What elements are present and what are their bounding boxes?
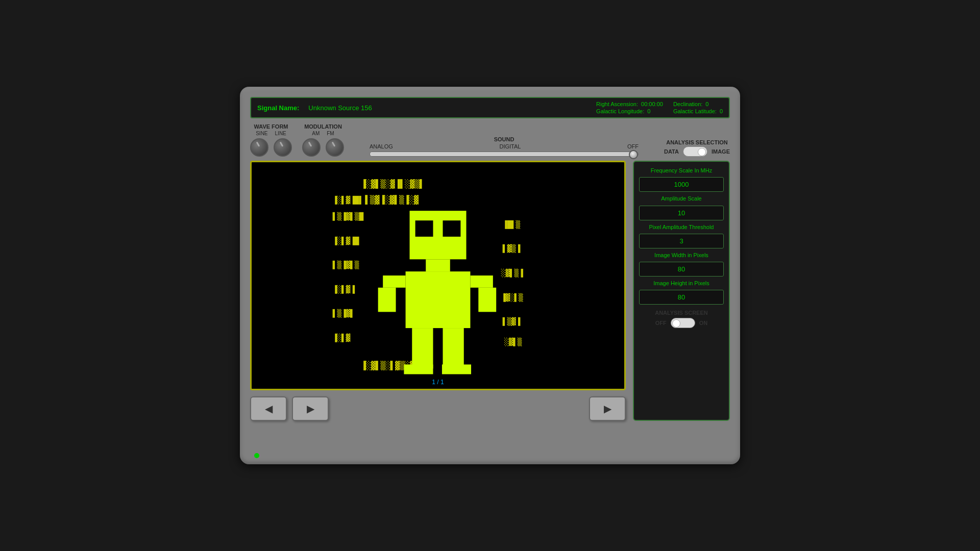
sound-slider-thumb[interactable]	[629, 150, 638, 159]
alien-eye-left	[415, 220, 433, 237]
wave-form-knobs	[250, 138, 292, 157]
am-knob[interactable]	[302, 138, 321, 157]
symbol-text-ml: ▐░▌▓▐█	[333, 236, 359, 245]
symbol-text-tl2: ▌▒▐▓▌▒█	[332, 212, 364, 221]
sound-slider-track[interactable]	[370, 152, 639, 157]
dec-label: Declination:	[673, 101, 702, 107]
next-icon: ▶	[307, 403, 314, 415]
alien-neck	[426, 259, 450, 271]
modulation-am: AM	[312, 131, 320, 136]
analysis-screen-title: ANALYSIS SCREEN	[639, 310, 724, 316]
play-icon: ▶	[604, 403, 611, 415]
symbol-text-mr3: ▐▓░▌▒	[501, 293, 523, 302]
alien-arm-right-lower	[478, 288, 496, 312]
dec-value: 0	[705, 101, 708, 107]
right-panel: Frequency Scale In MHz 1000 Amplitude Sc…	[633, 161, 730, 421]
glon-label: Galactic Longitude:	[596, 108, 644, 114]
header-bar: Signal Name: Unknown Source 156 Right As…	[250, 97, 730, 118]
wave-form-sine: SINE	[256, 131, 267, 136]
signal-name-label: Signal Name:	[257, 104, 299, 112]
image-counter: 1 / 1	[432, 379, 444, 386]
symbol-text-mr2: ░▓▌▒▐	[501, 268, 523, 278]
symbol-text-br: ▌▒▓▐	[502, 317, 521, 326]
next-button[interactable]: ▶	[292, 396, 329, 421]
sound-analog-label: ANALOG	[370, 143, 393, 149]
header-coords: Right Ascension: 00:00:00 Galactic Longi…	[596, 101, 723, 114]
sound-slider-container	[370, 152, 639, 157]
sound-section: SOUND ANALOG DIGITAL OFF	[370, 136, 639, 157]
sound-slider-fill	[370, 152, 630, 156]
status-dot	[254, 453, 259, 458]
alien-image-svg: ▐░▌▓▐█▌ ▌▒▐▓▌▒█ ▐░▌▓▐█ ▌▒▐▓▌▒ ▐░▌▓▐ ▌▒▐▓…	[252, 162, 624, 389]
wave-form-section: WAVE FORM SINE LINE	[250, 123, 292, 157]
analysis-toggle-row: DATA IMAGE	[664, 146, 730, 157]
fm-knob[interactable]	[326, 138, 344, 157]
analysis-screen-section: ANALYSIS SCREEN OFF ON	[639, 310, 724, 328]
image-height-value[interactable]: 80	[639, 290, 724, 305]
alien-leg-right	[443, 328, 464, 368]
pixel-amplitude-value[interactable]: 3	[639, 234, 724, 248]
symbol-text-top2: ▌▒▓▐░▓▌▒▐░▓	[364, 195, 419, 205]
symbol-text-tr: ▐█▌▒	[503, 220, 521, 229]
prev-button[interactable]: ◀	[250, 396, 287, 421]
symbol-text-br2: ░▓▌▒	[504, 337, 522, 346]
play-button[interactable]: ▶	[589, 396, 626, 421]
freq-scale-label: Frequency Scale In MHz	[639, 167, 724, 174]
alien-body	[406, 271, 471, 328]
symbol-text-tl: ▐░▌▓▐█▌	[333, 195, 363, 205]
wave-form-line: LINE	[275, 131, 286, 136]
alien-foot-right	[442, 364, 471, 374]
analysis-toggle-switch[interactable]	[683, 146, 707, 157]
analysis-data-label: DATA	[664, 148, 679, 155]
analysis-screen-toggle-row: OFF ON	[639, 318, 724, 328]
slider-labels: ANALOG DIGITAL OFF	[370, 143, 639, 149]
wave-form-title: WAVE FORM	[254, 123, 288, 130]
ra-value: 00:00:00	[641, 101, 663, 107]
freq-scale-value[interactable]: 1000	[639, 177, 724, 192]
controls-row: WAVE FORM SINE LINE MODULATION AM FM	[250, 123, 730, 157]
symbol-text-ml2: ▌▒▐▓▌▒	[332, 260, 359, 269]
sound-off-label: OFF	[627, 143, 639, 149]
modulation-section: MODULATION AM FM	[302, 123, 344, 157]
display-panel: ▐░▌▓▐█▌ ▌▒▐▓▌▒█ ▐░▌▓▐█ ▌▒▐▓▌▒ ▐░▌▓▐ ▌▒▐▓…	[250, 161, 626, 421]
line-knob[interactable]	[274, 138, 292, 157]
analysis-screen-off-label: OFF	[655, 320, 667, 326]
amplitude-scale-value[interactable]: 10	[639, 206, 724, 220]
glon-value: 0	[647, 108, 650, 114]
symbol-text-top: ▐░▓▌▒░▓▐▌░▓▒▌	[361, 179, 424, 189]
alien-arm-right-upper	[470, 276, 493, 288]
amplitude-scale-label: Amplitude Scale	[639, 195, 724, 202]
image-display: ▐░▌▓▐█▌ ▌▒▐▓▌▒█ ▐░▌▓▐█ ▌▒▐▓▌▒ ▐░▌▓▐ ▌▒▐▓…	[250, 161, 626, 390]
main-content: ▐░▌▓▐█▌ ▌▒▐▓▌▒█ ▐░▌▓▐█ ▌▒▐▓▌▒ ▐░▌▓▐ ▌▒▐▓…	[250, 161, 730, 421]
main-device: Signal Name: Unknown Source 156 Right As…	[240, 87, 740, 464]
image-width-value[interactable]: 80	[639, 262, 724, 277]
analysis-screen-on-label: ON	[699, 320, 708, 326]
nav-buttons: ◀ ▶ ▶	[250, 396, 626, 421]
image-height-label: Image Height in Pixels	[639, 280, 724, 287]
sine-knob[interactable]	[250, 138, 268, 157]
alien-foot-left	[404, 364, 433, 374]
modulation-knobs	[302, 138, 344, 157]
glat-label: Galactic Latitude:	[673, 108, 717, 114]
pixel-amplitude-label: Pixel Amplitude Threshold	[639, 223, 724, 231]
analysis-selection-title: ANALYSIS SELECTION	[666, 139, 728, 145]
alien-eye-right	[443, 220, 461, 237]
alien-leg-left	[412, 328, 433, 368]
modulation-title: MODULATION	[304, 123, 342, 130]
analysis-toggle-knob	[698, 148, 706, 156]
symbol-text-ml3: ▐░▌▓▐	[333, 285, 355, 294]
analysis-image-label: IMAGE	[712, 148, 730, 155]
ra-label: Right Ascension:	[596, 101, 638, 107]
signal-name-value: Unknown Source 156	[308, 104, 372, 112]
image-width-label: Image Width in Pixels	[639, 252, 724, 259]
symbol-text-bl: ▌▒▐▓▌	[332, 309, 355, 318]
glat-value: 0	[720, 108, 723, 114]
coord-group-ra: Right Ascension: 00:00:00 Galactic Longi…	[596, 101, 663, 114]
analysis-screen-toggle[interactable]	[671, 318, 695, 328]
alien-arm-left-lower	[378, 288, 396, 312]
analysis-screen-knob	[672, 319, 680, 328]
sound-title: SOUND	[494, 136, 514, 142]
wave-form-sublabels: SINE LINE	[256, 131, 286, 136]
coord-group-dec: Declination: 0 Galactic Latitude: 0	[673, 101, 723, 114]
alien-arm-left-upper	[383, 276, 405, 288]
